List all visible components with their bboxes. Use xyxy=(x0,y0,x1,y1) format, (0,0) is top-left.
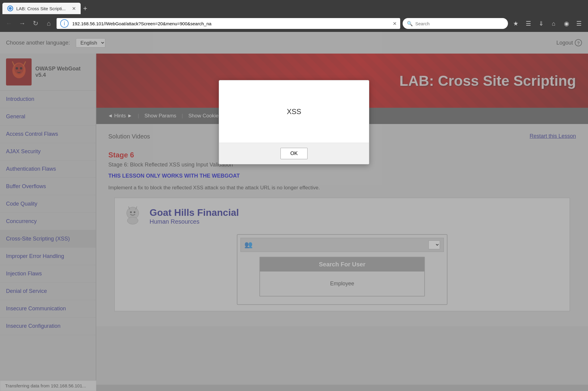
bookmark-icon[interactable]: ★ xyxy=(510,18,521,29)
modal-message: XSS xyxy=(287,107,301,116)
refresh-button[interactable]: ↻ xyxy=(30,18,41,29)
modal-footer: OK xyxy=(219,143,369,164)
tab-close-button[interactable]: ✕ xyxy=(72,6,76,11)
browser-chrome: LAB: Cross Site Scripti... ✕ + ← → ↻ ⌂ i… xyxy=(0,0,588,32)
back-button[interactable]: ← xyxy=(4,18,14,29)
search-icon: 🔍 xyxy=(407,21,413,26)
alert-modal: XSS OK xyxy=(219,80,369,164)
address-input[interactable] xyxy=(72,21,390,26)
tab-favicon xyxy=(7,5,13,11)
active-tab[interactable]: LAB: Cross Site Scripti... ✕ xyxy=(2,3,81,14)
home-button[interactable]: ⌂ xyxy=(43,18,54,29)
address-bar-container: i ✕ xyxy=(57,18,400,29)
forward-button[interactable]: → xyxy=(17,18,28,29)
browser-toolbar: ← → ↻ ⌂ i ✕ 🔍 ★ ☰ ⇓ ⌂ ◉ ☰ xyxy=(0,15,588,32)
home-icon[interactable]: ⌂ xyxy=(548,18,559,29)
download-icon[interactable]: ⇓ xyxy=(536,18,546,29)
search-bar-container: 🔍 xyxy=(403,18,508,29)
reading-list-icon[interactable]: ☰ xyxy=(523,18,534,29)
modal-overlay: XSS OK xyxy=(0,32,588,391)
search-input[interactable] xyxy=(415,21,504,26)
shield-icon[interactable]: ◉ xyxy=(561,18,572,29)
tab-title: LAB: Cross Site Scripti... xyxy=(16,6,69,11)
info-button[interactable]: i xyxy=(60,19,69,28)
tab-bar: LAB: Cross Site Scripti... ✕ + xyxy=(0,0,588,15)
new-tab-button[interactable]: + xyxy=(83,4,87,13)
modal-body: XSS xyxy=(219,80,369,143)
toolbar-icons: ★ ☰ ⇓ ⌂ ◉ ☰ xyxy=(510,18,584,29)
menu-icon[interactable]: ☰ xyxy=(574,18,584,29)
address-clear-button[interactable]: ✕ xyxy=(393,21,397,26)
modal-ok-button[interactable]: OK xyxy=(280,148,308,159)
